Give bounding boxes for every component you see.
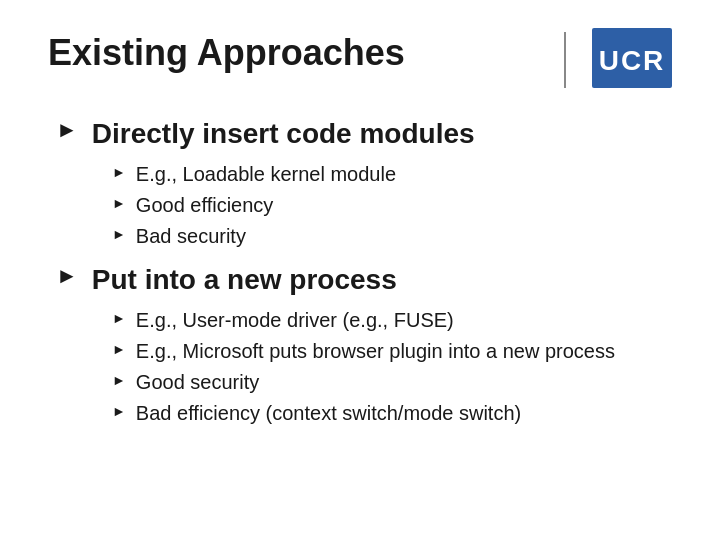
- s2-item-1: E.g., User-mode driver (e.g., FUSE): [136, 307, 454, 334]
- s2-item-3: Good security: [136, 369, 259, 396]
- header: Existing Approaches UCR: [48, 32, 672, 88]
- slide-title: Existing Approaches: [48, 32, 405, 73]
- list-item: ► E.g., User-mode driver (e.g., FUSE): [112, 307, 672, 334]
- list-item: ► Bad security: [112, 223, 672, 250]
- l2-bullet-1: ►: [112, 164, 126, 180]
- s2-item-2: E.g., Microsoft puts browser plugin into…: [136, 338, 615, 365]
- s2-item-4: Bad efficiency (context switch/mode swit…: [136, 400, 521, 427]
- section-1-title: Directly insert code modules: [92, 116, 475, 151]
- logo-area: UCR: [564, 32, 672, 88]
- section-1-heading: ► Directly insert code modules: [56, 116, 672, 151]
- logo-divider: [564, 32, 566, 88]
- list-item: ► Bad efficiency (context switch/mode sw…: [112, 400, 672, 427]
- list-item: ► E.g., Loadable kernel module: [112, 161, 672, 188]
- l2-bullet-7: ►: [112, 403, 126, 419]
- section-2-heading: ► Put into a new process: [56, 262, 672, 297]
- list-item: ► Good security: [112, 369, 672, 396]
- list-item: ► E.g., Microsoft puts browser plugin in…: [112, 338, 672, 365]
- main-content: ► Directly insert code modules ► E.g., L…: [48, 116, 672, 427]
- section-1-bullet: ►: [56, 117, 78, 143]
- l2-bullet-6: ►: [112, 372, 126, 388]
- l2-bullet-2: ►: [112, 195, 126, 211]
- slide: Existing Approaches UCR ► Directly inser…: [0, 0, 720, 540]
- section-2-title: Put into a new process: [92, 262, 397, 297]
- section-2-items: ► E.g., User-mode driver (e.g., FUSE) ► …: [56, 307, 672, 427]
- l2-bullet-4: ►: [112, 310, 126, 326]
- section-2-bullet: ►: [56, 263, 78, 289]
- ucr-logo: UCR: [592, 28, 672, 88]
- s1-item-2: Good efficiency: [136, 192, 274, 219]
- section-1-items: ► E.g., Loadable kernel module ► Good ef…: [56, 161, 672, 250]
- l2-bullet-3: ►: [112, 226, 126, 242]
- l2-bullet-5: ►: [112, 341, 126, 357]
- svg-text:UCR: UCR: [599, 45, 666, 76]
- list-item: ► Good efficiency: [112, 192, 672, 219]
- s1-item-1: E.g., Loadable kernel module: [136, 161, 396, 188]
- s1-item-3: Bad security: [136, 223, 246, 250]
